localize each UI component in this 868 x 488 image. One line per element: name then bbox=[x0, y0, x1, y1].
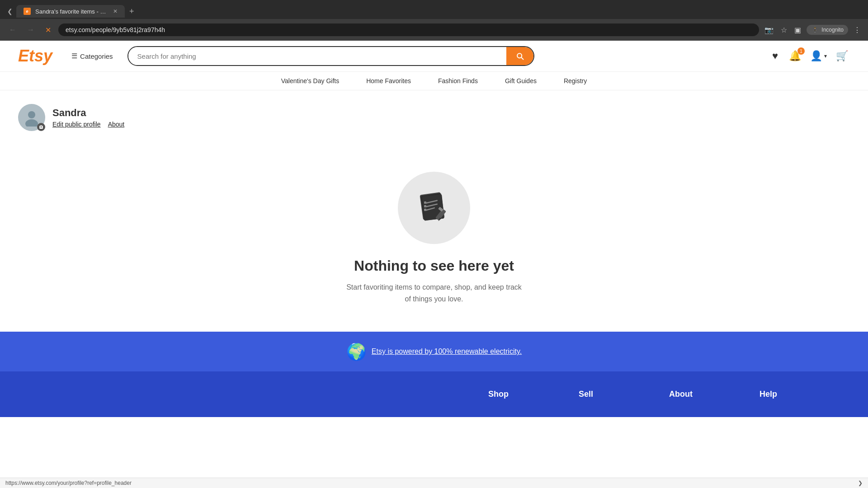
profile-links: Edit public profile About bbox=[52, 121, 124, 128]
nav-home-favorites[interactable]: Home Favorites bbox=[366, 77, 411, 84]
profile-name: Sandra bbox=[52, 107, 124, 119]
user-icon: 👤 bbox=[810, 50, 822, 62]
hamburger-icon: ☰ bbox=[71, 52, 77, 60]
svg-point-0 bbox=[28, 111, 35, 118]
scroll-right-icon: ❯ bbox=[858, 480, 863, 486]
footer-col-sell: Sell bbox=[561, 389, 651, 399]
checklist-icon bbox=[416, 190, 452, 226]
favorites-button[interactable]: ♥ bbox=[770, 48, 780, 64]
toolbar-icons: 📷 ☆ ▣ 🕴 Incognito ⋮ bbox=[763, 24, 863, 36]
browser-tab[interactable]: e Sandra's favorite items - Etsy ✕ bbox=[16, 5, 125, 18]
profile-info: Sandra Edit public profile About bbox=[52, 107, 124, 128]
new-tab-button[interactable]: + bbox=[125, 5, 139, 18]
search-button[interactable] bbox=[506, 47, 533, 65]
footer-sell-title: Sell bbox=[579, 389, 593, 399]
footer-help-title: Help bbox=[760, 389, 777, 399]
svg-rect-6 bbox=[424, 202, 426, 204]
page-content: Etsy ☰ Categories ♥ 🔔 1 👤 ▾ bbox=[0, 41, 868, 417]
site-header: Etsy ☰ Categories ♥ 🔔 1 👤 ▾ bbox=[0, 41, 868, 72]
svg-rect-10 bbox=[424, 209, 426, 211]
user-account-button[interactable]: 👤 ▾ bbox=[810, 50, 827, 62]
footer-col-about: About bbox=[651, 389, 741, 399]
profile-section: Sandra Edit public profile About bbox=[0, 90, 868, 145]
search-input[interactable] bbox=[128, 47, 506, 65]
search-icon bbox=[515, 52, 524, 61]
empty-state-title: Nothing to see here yet bbox=[354, 258, 514, 274]
svg-rect-8 bbox=[424, 205, 426, 207]
tab-nav-left[interactable]: ❮ bbox=[4, 6, 16, 17]
camera-off-icon[interactable]: 📷 bbox=[763, 24, 775, 36]
nav-fashion-finds[interactable]: Fashion Finds bbox=[438, 77, 478, 84]
heart-icon: ♥ bbox=[772, 50, 778, 61]
cart-icon: 🛒 bbox=[836, 50, 848, 61]
header-icons: ♥ 🔔 1 👤 ▾ 🛒 bbox=[770, 48, 850, 64]
reload-button[interactable]: ✕ bbox=[42, 24, 55, 36]
globe-icon: 🌍 bbox=[346, 343, 364, 361]
footer-col-shop: Shop bbox=[470, 389, 561, 399]
notifications-button[interactable]: 🔔 1 bbox=[787, 48, 803, 64]
empty-state-description: Start favoriting items to compare, shop,… bbox=[344, 282, 524, 305]
categories-button[interactable]: ☰ Categories bbox=[66, 48, 118, 64]
url-text: etsy.com/people/9yb5v81j2ra97h4h bbox=[66, 26, 752, 33]
avatar-container bbox=[18, 104, 45, 131]
forward-button[interactable]: → bbox=[24, 24, 38, 36]
footer-col-help: Help bbox=[741, 389, 832, 399]
nav-gift-guides[interactable]: Gift Guides bbox=[505, 77, 537, 84]
renewable-link[interactable]: Etsy is powered by 100% renewable electr… bbox=[372, 347, 522, 356]
address-bar[interactable]: etsy.com/people/9yb5v81j2ra97h4h bbox=[58, 23, 759, 36]
split-screen-icon[interactable]: ▣ bbox=[793, 24, 803, 36]
back-button[interactable]: ← bbox=[5, 24, 20, 36]
status-url: https://www.etsy.com/your/profile?ref=pr… bbox=[5, 480, 132, 486]
svg-point-1 bbox=[25, 119, 38, 127]
footer-renewable-banner: 🌍 Etsy is powered by 100% renewable elec… bbox=[0, 332, 868, 371]
footer-about-title: About bbox=[669, 389, 693, 399]
cart-button[interactable]: 🛒 bbox=[834, 48, 850, 64]
etsy-logo[interactable]: Etsy bbox=[18, 47, 52, 66]
avatar-edit-button[interactable] bbox=[37, 123, 45, 131]
more-options-icon[interactable]: ⋮ bbox=[852, 24, 863, 36]
user-dropdown-icon: ▾ bbox=[824, 53, 827, 59]
incognito-badge: 🕴 Incognito bbox=[807, 25, 848, 35]
notification-badge: 1 bbox=[797, 47, 805, 55]
nav-valentines[interactable]: Valentine's Day Gifts bbox=[281, 77, 339, 84]
footer-columns: Shop Sell About Help bbox=[36, 389, 832, 399]
browser-toolbar: ← → ✕ etsy.com/people/9yb5v81j2ra97h4h 📷… bbox=[0, 19, 868, 41]
footer-links-section: Shop Sell About Help bbox=[0, 371, 868, 417]
site-nav: Valentine's Day Gifts Home Favorites Fas… bbox=[0, 72, 868, 90]
empty-state: Nothing to see here yet Start favoriting… bbox=[0, 145, 868, 332]
tab-favicon: e bbox=[24, 8, 31, 15]
categories-label: Categories bbox=[80, 52, 113, 60]
footer-shop-title: Shop bbox=[488, 389, 509, 399]
tab-bar: ❮ e Sandra's favorite items - Etsy ✕ + bbox=[0, 0, 868, 19]
search-bar bbox=[127, 46, 534, 66]
edit-profile-link[interactable]: Edit public profile bbox=[52, 121, 101, 128]
camera-icon bbox=[39, 125, 43, 129]
about-link[interactable]: About bbox=[108, 121, 125, 128]
tab-title: Sandra's favorite items - Etsy bbox=[35, 8, 108, 15]
status-bar: https://www.etsy.com/your/profile?ref=pr… bbox=[0, 478, 868, 488]
tab-close-btn[interactable]: ✕ bbox=[113, 8, 118, 14]
browser-chrome: ❮ e Sandra's favorite items - Etsy ✕ + ←… bbox=[0, 0, 868, 41]
nav-registry[interactable]: Registry bbox=[564, 77, 587, 84]
incognito-label: Incognito bbox=[821, 27, 844, 33]
bookmark-icon[interactable]: ☆ bbox=[779, 24, 789, 36]
empty-state-icon bbox=[398, 172, 470, 244]
